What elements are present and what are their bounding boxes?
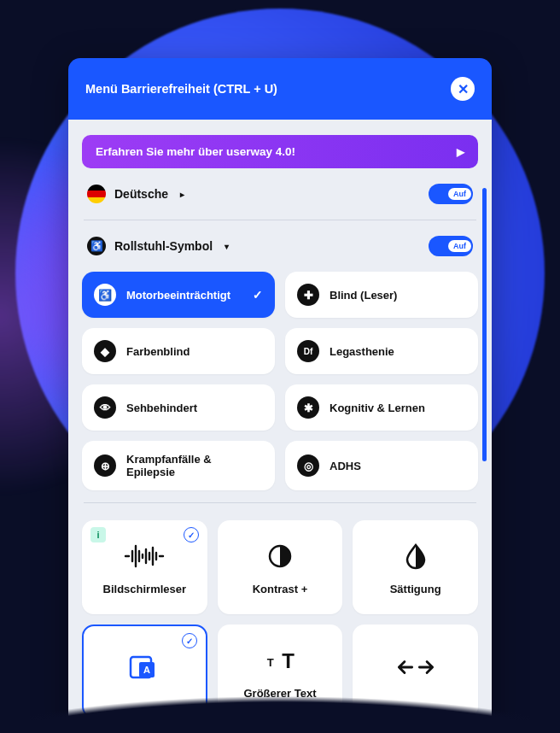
check-badge: ✓ xyxy=(184,527,199,542)
feature-contrast[interactable]: Kontrast + xyxy=(218,520,343,614)
eye-icon: 👁 xyxy=(94,396,116,419)
profile-label: Legasthenie xyxy=(330,345,466,358)
panel-title: Menü Barrierefreiheit (CTRL + U) xyxy=(85,82,277,96)
language-selector[interactable]: Deütsche ▸ xyxy=(87,185,184,203)
check-icon: ✓ xyxy=(253,288,263,302)
profile-label: Blind (Leser) xyxy=(330,289,466,302)
widget-symbol-selector[interactable]: ♿ Rollstuhl-Symbol ▾ xyxy=(87,237,229,255)
feature-label: Sättigung xyxy=(390,583,441,595)
divider xyxy=(84,220,476,220)
close-icon: ✕ xyxy=(458,81,469,97)
close-button[interactable]: ✕ xyxy=(451,77,475,101)
svg-text:T: T xyxy=(282,649,295,672)
accessibility-menu-panel: Menü Barrierefreiheit (CTRL + U) ✕ Erfah… xyxy=(68,58,492,733)
profile-seizure-epilepsy[interactable]: ⊕ Krampfanfälle & Epilepsie xyxy=(82,441,275,490)
toggle-state-label: Auf xyxy=(448,188,471,200)
svg-text:T: T xyxy=(267,656,274,669)
whats-new-banner[interactable]: Erfahren Sie mehr über userway 4.0! ▶ xyxy=(82,135,478,168)
profile-label: ADHS xyxy=(330,460,466,472)
flag-germany-icon xyxy=(87,185,106,203)
feature-label: Kontrast + xyxy=(253,583,308,595)
profile-blind[interactable]: ✚ Blind (Leser) xyxy=(285,272,478,318)
info-badge: i xyxy=(90,527,106,542)
profile-cognitive[interactable]: ✱ Kognitiv & Lernen xyxy=(285,384,478,431)
profile-colorblind[interactable]: ◆ Farbenblind xyxy=(82,328,275,374)
target-icon: ◎ xyxy=(297,454,319,477)
feature-bigger-text[interactable]: TT Größerer Text xyxy=(218,625,343,718)
language-toggle[interactable]: Auf xyxy=(429,184,473,204)
profile-adhd[interactable]: ◎ ADHS xyxy=(285,441,478,490)
accessibility-profiles-grid: ♿ Motorbeeinträchtigt ✓ ✚ Blind (Leser) … xyxy=(82,272,478,490)
widget-symbol-toggle[interactable]: Auf xyxy=(429,236,473,256)
profile-label: Sehbehindert xyxy=(126,402,263,414)
blind-icon: ✚ xyxy=(297,284,319,306)
contrast-icon xyxy=(260,542,300,574)
feature-tiles-grid: i ✓ Bildschirmleser Kontrast + Sättigung xyxy=(82,515,478,718)
dyslexia-icon: Df xyxy=(297,340,319,362)
text-size-icon: TT xyxy=(260,647,300,678)
drop-icon: ◆ xyxy=(94,340,116,362)
toggle-state-label: Auf xyxy=(448,240,471,252)
svg-text:A: A xyxy=(143,665,150,675)
chevron-down-icon: ▾ xyxy=(225,242,229,251)
feature-label: Bildschirmleser xyxy=(103,583,187,595)
chevron-right-icon: ▸ xyxy=(180,190,184,199)
spacing-icon xyxy=(395,654,436,685)
language-label: Deütsche xyxy=(114,187,168,201)
audio-wave-icon xyxy=(124,542,165,574)
feature-smart-contrast[interactable]: ✓ A xyxy=(82,625,207,718)
widget-symbol-row: ♿ Rollstuhl-Symbol ▾ Auf xyxy=(82,232,478,260)
wheelchair-icon: ♿ xyxy=(87,237,106,255)
scrollbar-thumb[interactable] xyxy=(482,188,487,461)
check-badge: ✓ xyxy=(182,633,197,648)
language-row: Deütsche ▸ Auf xyxy=(82,180,478,208)
drop-icon xyxy=(395,542,436,574)
feature-label: Größerer Text xyxy=(243,687,316,700)
brain-icon: ⊕ xyxy=(94,454,116,477)
feature-saturation[interactable]: Sättigung xyxy=(353,520,478,614)
profile-label: Krampfanfälle & Epilepsie xyxy=(126,453,263,478)
feature-screen-reader[interactable]: i ✓ Bildschirmleser xyxy=(82,520,207,614)
banner-arrow-icon: ▶ xyxy=(457,146,464,158)
profile-label: Kognitiv & Lernen xyxy=(330,402,466,414)
profile-vision-impaired[interactable]: 👁 Sehbehindert xyxy=(82,384,275,431)
profile-label: Farbenblind xyxy=(126,345,263,358)
divider xyxy=(84,502,476,503)
panel-header: Menü Barrierefreiheit (CTRL + U) ✕ xyxy=(68,58,492,120)
widget-symbol-label: Rollstuhl-Symbol xyxy=(114,239,213,253)
panel-body: Erfahren Sie mehr über userway 4.0! ▶ De… xyxy=(68,120,492,733)
banner-text: Erfahren Sie mehr über userway 4.0! xyxy=(96,145,295,158)
profile-dyslexia[interactable]: Df Legasthenie xyxy=(285,328,478,374)
puzzle-icon: ✱ xyxy=(297,396,319,419)
wheelchair-icon: ♿ xyxy=(94,284,116,306)
smart-contrast-icon: A xyxy=(124,654,165,685)
feature-text-spacing[interactable] xyxy=(353,625,478,718)
profile-motor-impaired[interactable]: ♿ Motorbeeinträchtigt ✓ xyxy=(82,272,275,318)
profile-label: Motorbeeinträchtigt xyxy=(126,289,242,302)
